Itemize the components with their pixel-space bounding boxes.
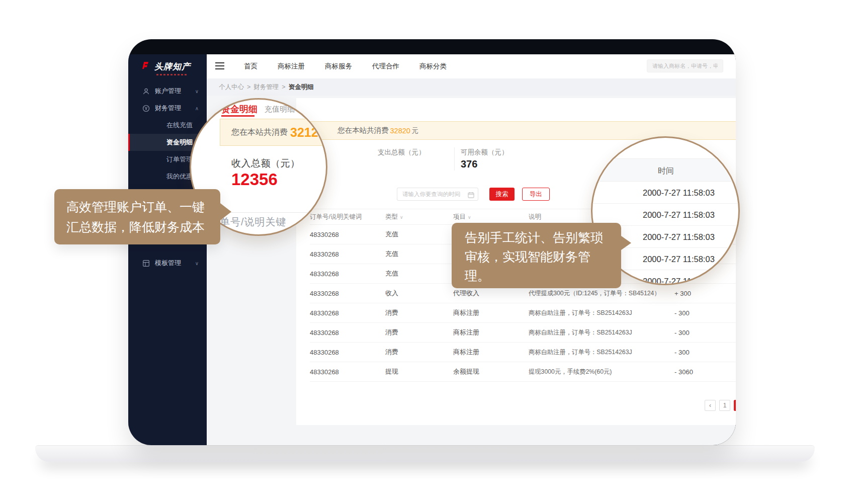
cell-order: 48330268 xyxy=(310,349,385,356)
cell-project: 商标注册 xyxy=(453,328,529,337)
chevron-down-icon: ∨ xyxy=(195,89,199,94)
lens-income-label: 收入总额（元） xyxy=(231,157,300,170)
header-project[interactable]: 项目∨ xyxy=(453,213,529,221)
cell-order: 48330268 xyxy=(310,231,385,238)
sidebar-item-label: 在线充值 xyxy=(166,121,193,130)
time-query-field xyxy=(397,188,478,201)
chevron-up-icon: ∧ xyxy=(195,106,199,111)
pagination-page-1[interactable]: 1 xyxy=(719,400,730,411)
trademark-search-input[interactable] xyxy=(647,59,723,72)
banner-unit: 元 xyxy=(412,126,419,135)
sort-caret-icon: ∨ xyxy=(400,215,403,220)
topnav-item-1[interactable]: 商标注册 xyxy=(278,62,305,71)
topbar: 首页商标注册商标服务代理合作商标分类 xyxy=(207,54,736,78)
hamburger-menu-icon[interactable] xyxy=(215,62,224,71)
cell-desc: 代理提成300元（ID:1245，订单号：SB45124） xyxy=(529,289,674,298)
lens-time-header: 时间 xyxy=(592,158,738,182)
logo-icon xyxy=(140,60,150,72)
table-row-4: 48330268消费商标注册商标自助注册，订单号：SB2514263J- 300… xyxy=(310,303,736,323)
cell-order: 48330268 xyxy=(310,329,385,337)
available-balance-value: 376 xyxy=(461,158,477,170)
cell-amount: - 300 xyxy=(674,349,736,356)
sidebar-item-模板管理[interactable]: 模板管理∨ xyxy=(128,255,207,272)
cell-desc: 商标自助注册，订单号：SB2514263J xyxy=(529,328,674,337)
logo-title: 头牌知产 xyxy=(154,61,191,72)
cell-order: 48330268 xyxy=(310,270,385,278)
stats-divider xyxy=(454,147,455,171)
sidebar-item-在线充值[interactable]: 在线充值 xyxy=(128,117,207,134)
cell-order: 48330268 xyxy=(310,309,385,317)
callout-right-line1: 告别手工统计、告别繁琐 xyxy=(465,228,621,247)
cell-type: 充值 xyxy=(385,249,453,259)
breadcrumb-item-0[interactable]: 个人中心 xyxy=(219,83,244,92)
cell-type: 提现 xyxy=(385,367,453,376)
callout-left: 高效管理账户订单、一键 汇总数据，降低财务成本 xyxy=(54,189,220,244)
sidebar-item-label: 财务管理 xyxy=(155,104,181,113)
lens-income-value: 12356 xyxy=(231,170,278,189)
callout-right-line3: 理。 xyxy=(465,266,621,285)
pagination-prev-button[interactable]: ‹ xyxy=(705,400,716,411)
laptop-base xyxy=(35,445,815,462)
cell-desc: 提现3000元，手续费2%(60元) xyxy=(529,368,674,376)
callout-left-line2: 汇总数据，降低财务成本 xyxy=(66,217,220,237)
cell-project: 商标注册 xyxy=(453,308,529,317)
cell-order: 48330268 xyxy=(310,250,385,258)
expense-total-label: 支出总额（元） xyxy=(378,148,425,157)
cell-desc: 商标自助注册，订单号：SB2514263J xyxy=(529,309,674,317)
breadcrumb-separator: > xyxy=(282,83,285,91)
topnav-item-4[interactable]: 商标分类 xyxy=(419,62,447,71)
export-button[interactable]: 导出 xyxy=(522,188,550,201)
sidebar-item-账户管理[interactable]: 账户管理∨ xyxy=(128,82,207,100)
cell-type: 消费 xyxy=(385,348,453,357)
header-order: 订单号/说明关键词 xyxy=(310,213,385,221)
cell-project: 余额提现 xyxy=(453,367,529,376)
pagination: ‹12345 xyxy=(705,400,736,411)
sidebar: 头牌知产 账户管理∨财务管理∧在线充值资金明细订单管理我的优惠券我的发票模板管理… xyxy=(128,54,207,445)
cell-order: 48330268 xyxy=(310,290,385,297)
cell-amount: + 300 xyxy=(674,290,736,297)
cell-order: 48330268 xyxy=(310,368,385,376)
search-button[interactable]: 搜索 xyxy=(489,188,515,201)
callout-right-line2: 审核，实现智能财务管 xyxy=(465,247,621,266)
sidebar-item-label: 账户管理 xyxy=(155,87,181,96)
cell-type: 消费 xyxy=(385,308,453,317)
lens-banner: 您在本站共消费 32124 元 xyxy=(220,119,327,146)
topnav-item-0[interactable]: 首页 xyxy=(244,62,258,71)
template-icon xyxy=(142,260,150,267)
lens-time-row-0: 2000-7-27 11:58:03 xyxy=(592,182,738,204)
lens-tab-inactive: 充值明细 xyxy=(265,105,295,114)
calendar-icon[interactable] xyxy=(468,191,474,200)
callout-right-arrow xyxy=(621,236,631,250)
lens-time-header-label: 时间 xyxy=(658,166,674,177)
banner-amount: 32820 xyxy=(390,127,410,135)
lens-tab-underline xyxy=(221,115,254,117)
logo: 头牌知产 xyxy=(128,54,207,72)
table-row-6: 48330268消费商标注册商标自助注册，订单号：SB2514263J- 300… xyxy=(310,343,736,362)
available-balance-label: 可用余额（元） xyxy=(461,148,508,157)
sidebar-item-label: 订单管理 xyxy=(166,155,193,164)
callout-left-arrow xyxy=(220,203,231,220)
breadcrumb-item-1[interactable]: 财务管理 xyxy=(253,83,279,92)
cell-amount: - 300 xyxy=(674,329,736,337)
breadcrumb-item-2: 资金明细 xyxy=(289,83,314,92)
sidebar-item-label: 模板管理 xyxy=(155,259,181,268)
trademark-search xyxy=(647,59,723,72)
sidebar-item-label: 资金明细 xyxy=(166,138,193,147)
topnav-item-3[interactable]: 代理合作 xyxy=(372,62,399,71)
page: 头牌知产 账户管理∨财务管理∧在线充值资金明细订单管理我的优惠券我的发票模板管理… xyxy=(0,0,853,504)
cell-amount: - 300 xyxy=(674,309,736,317)
cell-type: 充值 xyxy=(385,269,453,278)
topnav-item-2[interactable]: 商标服务 xyxy=(325,62,352,71)
cell-amount: - 3060 xyxy=(674,368,736,376)
cell-desc: 商标自助注册，订单号：SB2514263J xyxy=(529,348,674,357)
banner-prefix: 您在本站共消费 xyxy=(337,126,389,135)
table-row-5: 48330268消费商标注册商标自助注册，订单号：SB2514263J- 300… xyxy=(310,323,736,343)
pagination-page-2[interactable]: 2 xyxy=(734,400,736,411)
callout-right: 告别手工统计、告别繁琐 审核，实现智能财务管 理。 xyxy=(452,223,621,288)
sidebar-item-财务管理[interactable]: 财务管理∧ xyxy=(128,100,207,117)
cell-project: 代理收入 xyxy=(453,289,529,298)
lens-banner-prefix: 您在本站共消费 xyxy=(231,127,288,138)
sort-caret-icon: ∨ xyxy=(468,215,471,220)
time-query-input[interactable] xyxy=(397,188,478,200)
header-type[interactable]: 类型∨ xyxy=(385,213,453,221)
